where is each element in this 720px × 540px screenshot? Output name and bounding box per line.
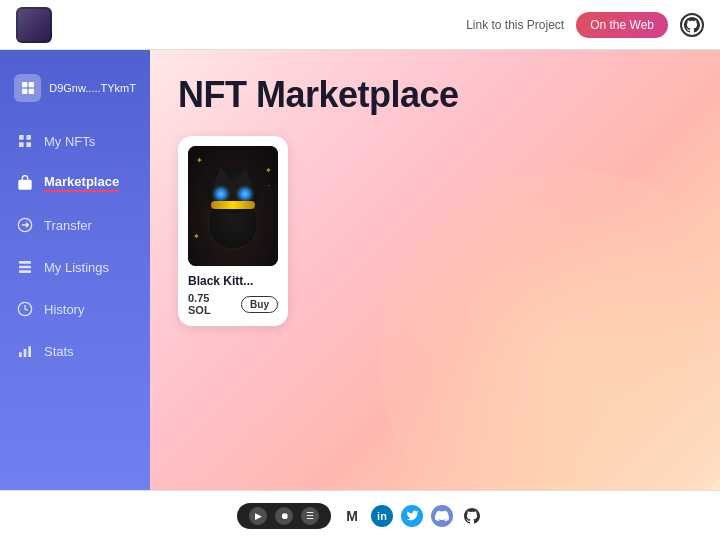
sidebar-item-my-nfts[interactable]: My NFTs (0, 122, 150, 160)
link-project-button[interactable]: Link to this Project (466, 18, 564, 32)
svg-rect-10 (19, 261, 31, 264)
sidebar-item-stats[interactable]: Stats (0, 332, 150, 370)
github-icon[interactable] (680, 13, 704, 37)
cat-eye-right (239, 188, 251, 200)
twitter-icon[interactable] (401, 505, 423, 527)
nft-card-footer: 0.75 SOL Buy (188, 292, 278, 316)
sidebar-item-my-listings[interactable]: My Listings (0, 248, 150, 286)
sidebar-item-marketplace[interactable]: Marketplace (0, 164, 150, 202)
medium-icon[interactable]: M (341, 505, 363, 527)
discord-icon[interactable] (431, 505, 453, 527)
sidebar-item-label-marketplace: Marketplace (44, 174, 119, 192)
page-title: NFT Marketplace (178, 74, 692, 116)
sidebar: D9Gnw.....TYkmT My NFTs Marketplace (0, 50, 150, 490)
main-layout: D9Gnw.....TYkmT My NFTs Marketplace (0, 50, 720, 490)
grid-icon (16, 132, 34, 150)
play-icon[interactable]: ▶ (249, 507, 267, 525)
topbar-right: Link to this Project On the Web (466, 12, 704, 38)
svg-rect-16 (28, 346, 31, 357)
user-address: D9Gnw.....TYkmT (49, 82, 136, 94)
github-bottom-icon[interactable] (461, 505, 483, 527)
bottom-bar: ▶ ⏺ ☰ M in (0, 490, 720, 540)
svg-rect-7 (26, 142, 31, 147)
sidebar-item-label-my-nfts: My NFTs (44, 134, 95, 149)
sidebar-item-label-history: History (44, 302, 84, 317)
svg-rect-15 (24, 349, 27, 357)
svg-rect-11 (19, 266, 31, 269)
nft-card[interactable]: ✦ ✦ ✦ · Black Kitt... 0.75 SOL Buy (178, 136, 288, 326)
nft-grid: ✦ ✦ ✦ · Black Kitt... 0.75 SOL Buy (178, 136, 692, 326)
svg-rect-1 (28, 82, 33, 87)
user-icon (14, 74, 41, 102)
nft-price: 0.75 SOL (188, 292, 211, 316)
social-icons: M in (341, 505, 483, 527)
svg-rect-6 (19, 142, 24, 147)
sidebar-user: D9Gnw.....TYkmT (0, 66, 150, 118)
svg-rect-14 (19, 352, 22, 357)
sidebar-item-transfer[interactable]: Transfer (0, 206, 150, 244)
svg-rect-4 (19, 135, 24, 140)
app-logo (16, 7, 52, 43)
marketplace-icon (16, 174, 34, 192)
menu-icon[interactable]: ☰ (301, 507, 319, 525)
cat-eye-left (215, 188, 227, 200)
sidebar-item-label-transfer: Transfer (44, 218, 92, 233)
topbar: Link to this Project On the Web (0, 0, 720, 50)
transfer-icon (16, 216, 34, 234)
content-area: NFT Marketplace (150, 50, 720, 490)
stats-icon (16, 342, 34, 360)
nft-name: Black Kitt... (188, 274, 278, 288)
bottom-pill: ▶ ⏺ ☰ (237, 503, 331, 529)
svg-rect-5 (26, 135, 31, 140)
linkedin-icon[interactable]: in (371, 505, 393, 527)
svg-rect-12 (19, 270, 31, 273)
listings-icon (16, 258, 34, 276)
svg-rect-2 (22, 89, 27, 94)
svg-rect-8 (18, 180, 31, 190)
sidebar-item-label-my-listings: My Listings (44, 260, 109, 275)
nft-image: ✦ ✦ ✦ · (188, 146, 278, 266)
svg-rect-0 (22, 82, 27, 87)
sidebar-item-label-stats: Stats (44, 344, 74, 359)
sidebar-item-history[interactable]: History (0, 290, 150, 328)
on-web-button[interactable]: On the Web (576, 12, 668, 38)
buy-button[interactable]: Buy (241, 296, 278, 313)
history-icon (16, 300, 34, 318)
svg-rect-3 (28, 89, 33, 94)
record-icon[interactable]: ⏺ (275, 507, 293, 525)
